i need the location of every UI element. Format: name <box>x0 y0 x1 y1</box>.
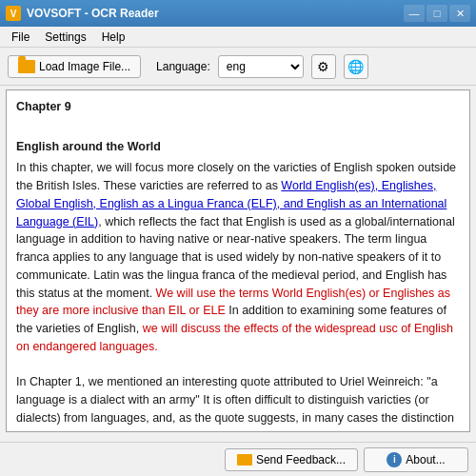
paragraph-0: English around the World <box>16 138 460 156</box>
chapter-title: Chapter 9 <box>16 98 460 116</box>
text-content-area[interactable]: Chapter 9 English around the World In th… <box>6 89 470 432</box>
close-button[interactable]: ✕ <box>449 5 470 22</box>
window-title: VOVSOFT - OCR Reader <box>27 7 159 20</box>
language-label: Language: <box>156 60 210 73</box>
info-icon: i <box>387 452 402 467</box>
menu-file[interactable]: File <box>4 29 37 46</box>
title-bar: V VOVSOFT - OCR Reader — □ ✕ <box>0 0 476 27</box>
window-controls: — □ ✕ <box>404 5 470 22</box>
toolbar: Load Image File... Language: eng fra deu… <box>0 48 476 86</box>
paragraph-1: In this chapter, we will focus more clos… <box>16 159 460 355</box>
load-button-label: Load Image File... <box>39 60 130 73</box>
about-button[interactable]: i About... <box>364 447 468 472</box>
footer: Send Feedback... i About... <box>0 442 476 476</box>
web-icon: 🌐 <box>347 59 364 74</box>
app-icon: V <box>6 6 21 21</box>
menu-help[interactable]: Help <box>94 29 133 46</box>
highlight-world-english: World English(es), Englishes, Global Eng… <box>16 179 446 228</box>
red-text-2: we will discuss the effects of the wides… <box>16 322 453 353</box>
ocr-icon: ⚙ <box>317 59 329 74</box>
paragraph-2: In Chapter 1, we mentioned an interestin… <box>16 373 460 432</box>
load-image-button[interactable]: Load Image File... <box>8 55 141 78</box>
web-button[interactable]: 🌐 <box>344 54 368 79</box>
minimize-button[interactable]: — <box>404 5 425 22</box>
red-text-1: We will use the terms World English(es) … <box>16 287 450 318</box>
language-select[interactable]: eng fra deu spa ita <box>218 55 304 78</box>
ocr-button[interactable]: ⚙ <box>311 54 336 79</box>
menu-settings[interactable]: Settings <box>37 29 93 46</box>
feedback-label: Send Feedback... <box>256 453 346 466</box>
about-label: About... <box>406 453 445 466</box>
feedback-icon <box>237 454 252 466</box>
section-title: English around the World <box>16 140 161 153</box>
folder-icon <box>18 60 35 73</box>
menu-bar: File Settings Help <box>0 27 476 48</box>
title-bar-left: V VOVSOFT - OCR Reader <box>6 6 159 21</box>
send-feedback-button[interactable]: Send Feedback... <box>225 448 358 471</box>
maximize-button[interactable]: □ <box>426 5 447 22</box>
